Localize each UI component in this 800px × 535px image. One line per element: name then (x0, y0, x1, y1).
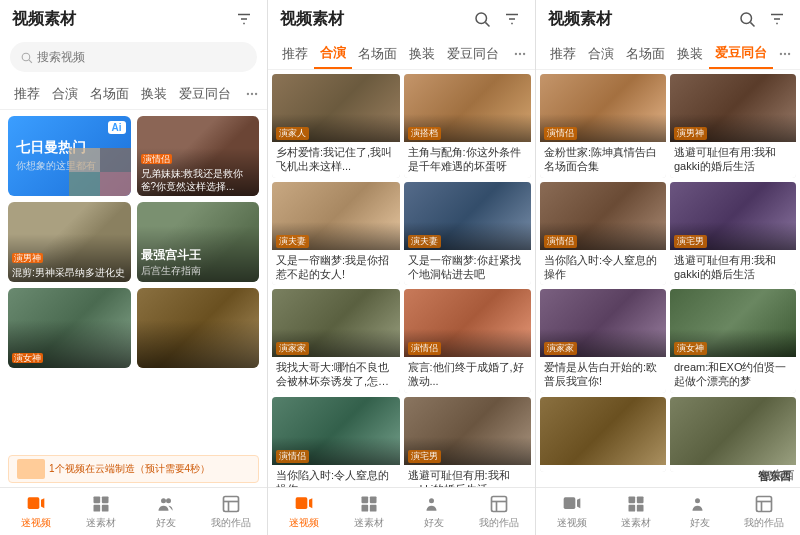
video-info-mid-3: 又是一帘幽梦:我是你招惹不起的女人! (272, 250, 400, 286)
watermark-badge: 智东西 (753, 468, 796, 485)
bottom-item-material-left[interactable]: 迷素材 (77, 493, 125, 530)
featured-card-drama1[interactable]: 演情侣 兄弟妹妹:救我还是救你爸?你竟然这样选择... (137, 116, 260, 196)
video-thumb-mid-8: 演宅男 (404, 397, 532, 465)
video-card-right-7[interactable] (540, 397, 666, 472)
bottom-item-work-left[interactable]: 我的作品 (207, 493, 255, 530)
video-card-right-5[interactable]: 演家家 爱情是从告白开始的:欧普辰我宣你! (540, 289, 666, 393)
tab-collab-right[interactable]: 合演 (582, 38, 620, 69)
video-info-right-4: 逃避可耻但有用:我和gakki的婚后生活 (670, 250, 796, 286)
tab-outfit-right[interactable]: 换装 (671, 38, 709, 69)
bottom-item-material-mid[interactable]: 迷素材 (345, 493, 393, 530)
video-card-mid-4[interactable]: 演夫妻 又是一帘幽梦:你赶紧找个地洞钻进去吧 (404, 182, 532, 286)
svg-point-7 (255, 92, 257, 94)
work-label-left: 我的作品 (211, 516, 251, 530)
featured-card-drama2[interactable]: 演男神 混剪:男神采昂纳多进化史 (8, 202, 131, 282)
notif-text: 1个视频在云端制造（预计需要4秒） (49, 462, 210, 476)
video-card-right-2[interactable]: 演男神 逃避可耻但有用:我和gakki的婚后生活 (670, 74, 796, 178)
featured-overlay-4: 演女神 (8, 288, 131, 368)
svg-rect-29 (362, 497, 369, 504)
video-desc-mid-4: 又是一帘幽梦:你赶紧找个地洞钻进去吧 (408, 253, 528, 282)
video-thumb-mid-2: 演搭档 (404, 74, 532, 142)
tab-scene-right[interactable]: 名场面 (620, 38, 671, 69)
video-card-right-3[interactable]: 演情侣 当你陷入时:令人窒息的操作 (540, 182, 666, 286)
video-card-mid-2[interactable]: 演搭档 主角与配角:你这外条件是千年难遇的坏蛋呀 (404, 74, 532, 178)
friend-label-right: 好友 (690, 516, 710, 530)
search-input[interactable] (37, 50, 247, 64)
tab-idol-right[interactable]: 爱豆同台 (709, 38, 773, 69)
svg-point-14 (161, 498, 166, 503)
filter-icon-middle[interactable] (501, 8, 523, 30)
thumb-overlay-mid-5: 演家家 (272, 329, 400, 357)
tab-more-right[interactable] (778, 47, 792, 61)
thumb-tag-mid-6: 演情侣 (408, 342, 441, 355)
tab-scene-left[interactable]: 名场面 (84, 78, 135, 109)
tab-outfit-mid[interactable]: 换装 (403, 38, 441, 69)
video-info-mid-7: 当你陷入时:令人窒息的操作 (272, 465, 400, 487)
tab-more-left[interactable] (245, 87, 259, 101)
tab-more-mid[interactable] (513, 47, 527, 61)
friend-icon-right (689, 493, 711, 515)
thumb-tag-mid-4: 演夫妻 (408, 235, 441, 248)
tab-collab-left[interactable]: 合演 (46, 78, 84, 109)
bottom-item-video-mid[interactable]: 迷视频 (280, 493, 328, 530)
search-bar[interactable] (10, 42, 257, 72)
thumb-tag-right-1: 演情侣 (544, 127, 577, 140)
video-icon-mid (293, 493, 315, 515)
bottom-item-work-mid[interactable]: 我的作品 (475, 493, 523, 530)
filter-icon-right[interactable] (766, 8, 788, 30)
video-card-mid-8[interactable]: 演宅男 逃避可耻但有用:我和gakki的婚后生活 (404, 397, 532, 487)
middle-header: 视频素材 (268, 0, 535, 38)
video-thumb-right-7 (540, 397, 666, 465)
material-label-right: 迷素材 (621, 516, 651, 530)
video-info-mid-4: 又是一帘幽梦:你赶紧找个地洞钻进去吧 (404, 250, 532, 286)
tab-recommend-left[interactable]: 推荐 (8, 78, 46, 109)
svg-rect-47 (629, 497, 636, 504)
left-title: 视频素材 (12, 9, 76, 30)
material-icon-right (625, 493, 647, 515)
video-card-right-1[interactable]: 演情侣 金粉世家:陈坤真情告白名场面合集 (540, 74, 666, 178)
bottom-item-video-right[interactable]: 迷视频 (548, 493, 596, 530)
video-card-right-4[interactable]: 演宅男 逃避可耻但有用:我和gakki的婚后生活 (670, 182, 796, 286)
video-thumb-right-3: 演情侣 (540, 182, 666, 250)
video-card-right-6[interactable]: 演女神 dream:和EXO约伯贤一起做个漂亮的梦 (670, 289, 796, 393)
tab-recommend-right[interactable]: 推荐 (544, 38, 582, 69)
tab-scene-mid[interactable]: 名场面 (352, 38, 403, 69)
bottom-item-friend-mid[interactable]: 好友 (410, 493, 458, 530)
video-info-right-6: dream:和EXO约伯贤一起做个漂亮的梦 (670, 357, 796, 393)
tab-idol-mid[interactable]: 爱豆同台 (441, 38, 505, 69)
video-card-mid-3[interactable]: 演夫妻 又是一帘幽梦:我是你招惹不起的女人! (272, 182, 400, 286)
video-card-mid-7[interactable]: 演情侣 当你陷入时:令人窒息的操作 (272, 397, 400, 487)
bottom-item-friend-left[interactable]: 好友 (142, 493, 190, 530)
thumb-overlay-right-4: 演宅男 (670, 222, 796, 250)
video-info-right-3: 当你陷入时:令人窒息的操作 (540, 250, 666, 286)
svg-marker-46 (577, 498, 580, 508)
video-card-mid-1[interactable]: 演家人 乡村爱情:我记住了,我叫飞机出来这样... (272, 74, 400, 178)
thumb-tag-right-2: 演男神 (674, 127, 707, 140)
tab-outfit-left[interactable]: 换装 (135, 78, 173, 109)
thumb-tag-mid-2: 演搭档 (408, 127, 441, 140)
featured-img-3: 最强宫斗王 后宫生存指南 (137, 202, 260, 282)
search-icon-right[interactable] (736, 8, 758, 30)
bottom-item-work-right[interactable]: 我的作品 (740, 493, 788, 530)
featured-card-drama5[interactable] (137, 288, 260, 368)
video-card-right-8[interactable] (670, 397, 796, 472)
video-card-mid-5[interactable]: 演家家 我找大哥大:哪怕不良也会被林坏奈诱发了,怎么不换男人 (272, 289, 400, 393)
bottom-item-friend-right[interactable]: 好友 (676, 493, 724, 530)
tab-collab-mid[interactable]: 合演 (314, 38, 352, 69)
bottom-item-material-right[interactable]: 迷素材 (612, 493, 660, 530)
filter-icon[interactable] (233, 8, 255, 30)
video-desc-right-2: 逃避可耻但有用:我和gakki的婚后生活 (674, 145, 792, 174)
video-card-mid-6[interactable]: 演情侣 宸言:他们终于成婚了,好激动... (404, 289, 532, 393)
search-icon-middle[interactable] (471, 8, 493, 30)
featured-img-5 (137, 288, 260, 368)
featured-card-drama4[interactable]: 演女神 (8, 288, 131, 368)
featured-card-drama3[interactable]: 最强宫斗王 后宫生存指南 (137, 202, 260, 282)
svg-rect-31 (362, 505, 369, 512)
bottom-item-video-left[interactable]: 迷视频 (12, 493, 60, 530)
tab-recommend-mid[interactable]: 推荐 (276, 38, 314, 69)
featured-card-highlight[interactable]: Ai 七日曼热门 你想象的这里都有 (8, 116, 131, 196)
thumb-tag-right-3: 演情侣 (544, 235, 577, 248)
svg-rect-34 (491, 497, 506, 512)
featured-img-1: 演情侣 兄弟妹妹:救我还是救你爸?你竟然这样选择... (137, 116, 260, 196)
tab-idol-left[interactable]: 爱豆同台 (173, 78, 237, 109)
